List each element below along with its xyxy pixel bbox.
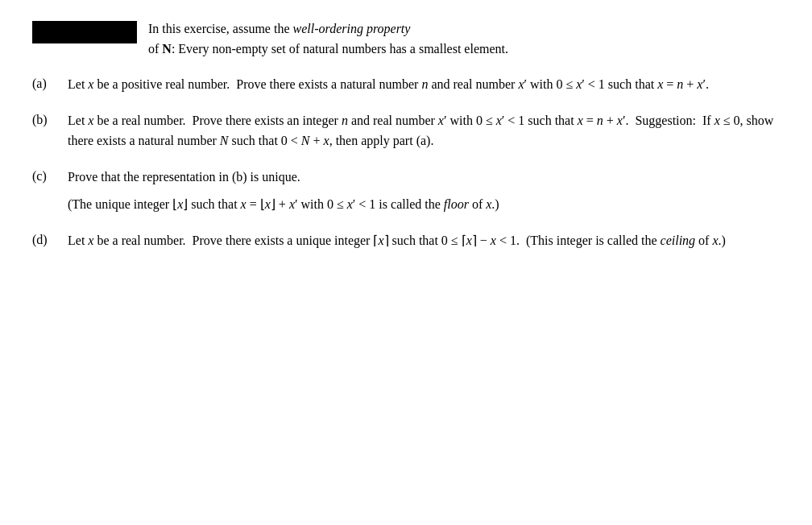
problem-item-c: (c) Prove that the representation in (b)… bbox=[32, 167, 780, 214]
problem-label-d: (d) bbox=[32, 230, 68, 250]
problem-item-a: (a) Let x be a positive real number. Pro… bbox=[32, 74, 780, 94]
problem-item-d: (d) Let x be a real number. Prove there … bbox=[32, 230, 780, 250]
intro-text: In this exercise, assume the well-orderi… bbox=[148, 19, 780, 60]
floor-note: (The unique integer ⌊x⌋ such that x = ⌊x… bbox=[68, 194, 780, 214]
problem-content-b: Let x be a real number. Prove there exis… bbox=[68, 110, 780, 151]
problem-list: (a) Let x be a positive real number. Pro… bbox=[32, 74, 780, 251]
problem-item-b: (b) Let x be a real number. Prove there … bbox=[32, 110, 780, 151]
problem-label-a: (a) bbox=[32, 74, 68, 94]
problem-content-c: Prove that the representation in (b) is … bbox=[68, 167, 780, 214]
black-rectangle bbox=[32, 21, 137, 43]
problem-label-c: (c) bbox=[32, 167, 68, 187]
intro-block: In this exercise, assume the well-orderi… bbox=[32, 19, 780, 60]
problem-content-d: Let x be a real number. Prove there exis… bbox=[68, 230, 780, 250]
problem-label-b: (b) bbox=[32, 110, 68, 130]
problem-content-a: Let x be a positive real number. Prove t… bbox=[68, 74, 780, 94]
